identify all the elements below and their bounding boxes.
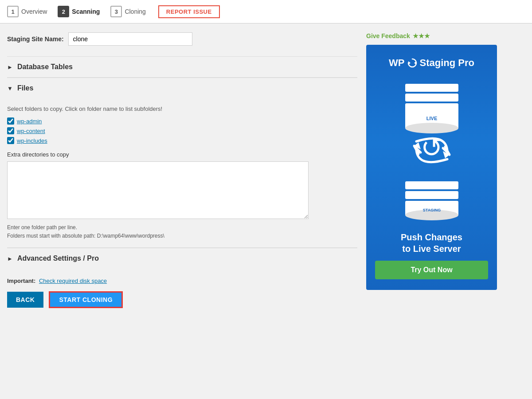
folder-checkbox-wp-admin[interactable] [7, 117, 14, 125]
ad-push-title: Push Changes to Live Server [375, 231, 488, 254]
folder-label-wp-includes[interactable]: wp-includes [17, 137, 47, 144]
ad-banner: WP Staging Pro [366, 45, 497, 290]
files-section-content: Select folders to copy. Click on folder … [7, 98, 357, 248]
svg-marker-0 [414, 61, 416, 65]
left-content: Staging Site Name: ► Database Tables ▼ F… [7, 32, 357, 308]
folder-checkbox-wp-content[interactable] [7, 127, 14, 134]
svg-rect-3 [405, 94, 458, 102]
db-tables-arrow-icon: ► [7, 64, 13, 70]
extra-dirs-hint-line2: Folders must start with absolute path: D… [7, 232, 357, 240]
extra-dirs-textarea[interactable] [7, 161, 309, 219]
ad-wp-text: WP [389, 57, 404, 69]
files-instruction: Select folders to copy. Click on folder … [7, 106, 357, 112]
step-1[interactable]: 1 Overview [7, 6, 47, 17]
db-tables-section[interactable]: ► Database Tables [7, 56, 357, 78]
extra-dirs-label: Extra directories to copy [7, 151, 357, 158]
important-row: Important: Check required disk space [7, 278, 357, 284]
back-button[interactable]: BACK [7, 292, 43, 308]
step-2-label: Scanning [72, 8, 100, 15]
ad-push-line1: Push Changes [375, 231, 488, 243]
feedback-row[interactable]: Give Feedback ★★★ [366, 32, 497, 39]
svg-rect-2 [405, 84, 458, 92]
start-cloning-button[interactable]: START CLONING [49, 291, 123, 308]
check-disk-space-link[interactable]: Check required disk space [39, 278, 107, 284]
staging-site-name-label: Staging Site Name: [7, 35, 64, 43]
files-section-label: Files [17, 84, 33, 92]
ad-title: WP Staging Pro [375, 57, 488, 69]
right-sidebar: Give Feedback ★★★ WP Staging Pro [366, 32, 497, 308]
advanced-section: ► Advanced Settings / Pro [7, 248, 357, 269]
svg-point-7 [405, 123, 458, 133]
folder-row-wp-includes: wp-includes [7, 137, 357, 144]
staging-site-name-row: Staging Site Name: [7, 32, 357, 46]
folder-row-wp-content: wp-content [7, 127, 357, 134]
extra-dirs-hint: Enter one folder path per line. Folders … [7, 223, 357, 240]
svg-rect-13 [405, 191, 458, 199]
advanced-section-header[interactable]: ► Advanced Settings / Pro [7, 248, 357, 269]
important-label: Important: [7, 278, 35, 284]
step-2-number: 2 [58, 6, 69, 17]
step-2[interactable]: 2 Scanning [58, 6, 100, 17]
files-section-header[interactable]: ▼ Files [7, 78, 357, 98]
sync-icon [407, 57, 418, 69]
ad-illustration: LIVE ↺ [381, 79, 483, 221]
svg-text:LIVE: LIVE [426, 116, 437, 121]
svg-marker-1 [408, 61, 411, 65]
ad-push-line2: to Live Server [375, 243, 488, 254]
folder-label-wp-admin[interactable]: wp-admin [17, 118, 42, 125]
step-3[interactable]: 3 Cloning [110, 6, 145, 17]
advanced-arrow-icon: ► [7, 255, 13, 262]
advanced-section-label: Advanced Settings / Pro [17, 254, 99, 262]
ad-graphics: LIVE ↺ [375, 79, 488, 223]
bottom-buttons: BACK START CLONING [7, 291, 357, 308]
ad-try-now-button[interactable]: Try Out Now [375, 261, 488, 279]
feedback-label: Give Feedback [366, 32, 410, 39]
step-3-label: Cloning [125, 8, 145, 15]
staging-site-name-input[interactable] [68, 32, 192, 46]
files-arrow-icon: ▼ [7, 85, 13, 92]
step-1-number: 1 [7, 6, 19, 17]
folder-row-wp-admin: wp-admin [7, 117, 357, 125]
report-issue-button[interactable]: REPORT ISSUE [158, 5, 220, 18]
step-3-number: 3 [110, 6, 122, 17]
extra-dirs-hint-line1: Enter one folder path per line. [7, 223, 357, 232]
main-layout: Staging Site Name: ► Database Tables ▼ F… [0, 23, 532, 317]
svg-text:STAGING: STAGING [422, 208, 440, 212]
step-1-label: Overview [21, 8, 47, 15]
feedback-stars: ★★★ [413, 32, 430, 39]
folder-label-wp-content[interactable]: wp-content [17, 128, 45, 134]
db-tables-label: Database Tables [17, 63, 73, 71]
folder-checkbox-wp-includes[interactable] [7, 137, 14, 144]
ad-staging-pro-text: Staging Pro [420, 57, 474, 69]
top-nav: 1 Overview 2 Scanning 3 Cloning REPORT I… [0, 0, 532, 23]
svg-rect-12 [405, 181, 458, 189]
